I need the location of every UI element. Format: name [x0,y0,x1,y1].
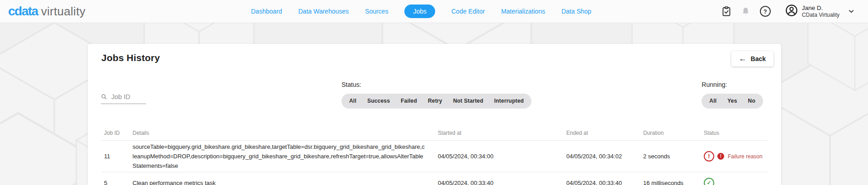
cell-duration: 16 milliseconds [643,180,704,185]
cell-job-id: 11 [101,153,133,160]
status-option-success[interactable]: Success [362,94,395,109]
back-arrow-icon: ← [739,56,747,62]
main-nav: DashboardData WarehousesSourcesJobsCode … [251,0,591,23]
job-id-input[interactable] [110,93,148,101]
user-name: Jane D. [802,5,840,12]
table-row[interactable]: 5 Clean performance metrics task 04/05/2… [101,172,768,185]
failure-reason-label[interactable]: Failure reason [728,153,763,160]
user-org: CData Virtuality [802,12,840,18]
table-body: 11 sourceTable=bigquery.grid_bikeshare.g… [88,141,781,185]
cell-ended-at: 04/05/2024, 00:33:40 [566,180,643,185]
col-header-status: Status [704,130,768,136]
table-row[interactable]: 11 sourceTable=bigquery.grid_bikeshare.g… [101,141,768,172]
nav-tab-sources[interactable]: Sources [365,8,388,15]
status-option-failed[interactable]: Failed [395,94,422,109]
running-option-yes[interactable]: Yes [722,94,742,109]
page-title: Jobs History [101,51,160,63]
filters-row: Status: AllSuccessFailedRetryNot Started… [88,71,781,115]
cell-ended-at: 04/05/2024, 00:34:02 [566,153,643,160]
status-option-not-started[interactable]: Not Started [448,94,489,109]
col-header-duration: Duration [643,130,704,136]
help-glyph: ? [764,8,767,15]
tasks-clipboard-icon[interactable] [721,5,732,17]
status-option-retry[interactable]: Retry [422,94,448,109]
cell-status: ✓ [704,178,768,185]
top-bar: cdata virtuality DashboardData Warehouse… [0,0,868,23]
logo-virtuality: virtuality [41,5,85,19]
cell-job-id: 5 [101,180,133,185]
success-check-icon: ✓ [704,178,714,185]
running-option-all[interactable]: All [704,94,722,109]
nav-tab-code-editor[interactable]: Code Editor [451,8,485,15]
status-filter-label: Status: [342,81,531,88]
running-option-no[interactable]: No [743,94,761,109]
cell-duration: 2 seconds [643,153,704,160]
col-header-details: Details [133,130,438,136]
status-filter-group: AllSuccessFailedRetryNot StartedInterrup… [342,94,531,109]
nav-tab-data-shop[interactable]: Data Shop [561,8,591,15]
status-option-all[interactable]: All [344,94,362,109]
col-header-job-id: Job ID [101,130,133,136]
search-icon [101,94,107,100]
user-menu[interactable]: Jane D. CData Virtuality [785,4,855,19]
error-outline-icon[interactable]: ! [704,151,714,161]
cell-started-at: 04/05/2024, 00:34:00 [438,153,566,160]
app-logo[interactable]: cdata virtuality [8,4,85,19]
back-button[interactable]: ← Back [731,51,773,66]
notifications-bell-icon[interactable] [740,5,752,17]
table-header: Job ID Details Started at Ended at Durat… [101,125,768,141]
nav-tab-dashboard[interactable]: Dashboard [251,8,282,15]
col-header-started-at: Started at [438,130,566,136]
avatar-icon [785,4,798,19]
chevron-down-icon[interactable] [847,7,855,15]
logo-cdata: cdata [8,4,38,19]
cell-status: ! ! Failure reason [704,151,768,161]
nav-tab-jobs[interactable]: Jobs [404,5,435,18]
col-header-ended-at: Ended at [566,130,643,136]
running-filter-group: AllYesNo [702,94,763,109]
topbar-actions: ? Jane D. CData Virtuality [721,0,855,23]
jobs-history-card: Jobs History ← Back Status: AllSuccessFa… [88,44,781,185]
help-icon[interactable]: ? [759,5,771,17]
status-option-interrupted[interactable]: Interrupted [489,94,530,109]
cell-details: Clean performance metrics task [133,177,438,185]
error-filled-icon[interactable]: ! [717,153,724,160]
cell-details: sourceTable=bigquery.grid_bikeshare.grid… [133,141,438,172]
cell-started-at: 04/05/2024, 00:33:40 [438,180,566,185]
running-filter-label: Running: [702,81,763,88]
nav-tab-data-warehouses[interactable]: Data Warehouses [299,8,349,15]
job-id-search-field[interactable] [101,92,146,104]
nav-tab-materializations[interactable]: Materializations [501,8,545,15]
back-label: Back [751,55,766,62]
